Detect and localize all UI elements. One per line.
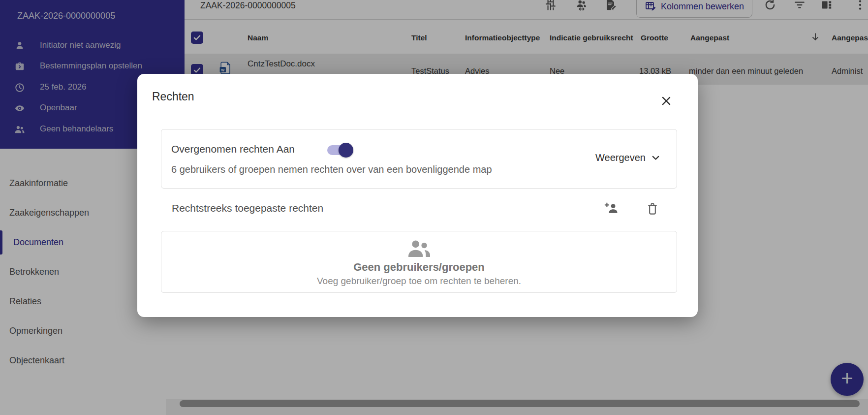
add-person-icon[interactable] <box>604 201 620 216</box>
inherited-rights-label: Overgenomen rechten Aan <box>171 143 295 155</box>
empty-state-description: Voeg gebruiker/groep toe om rechten te b… <box>317 276 521 287</box>
rights-dialog: Rechten Overgenomen rechten Aan 6 gebrui… <box>137 74 698 317</box>
app-window: ZAAK-2026-0000000005 Kolommen bewerken N… <box>0 0 868 415</box>
chevron-down-icon <box>651 153 661 163</box>
direct-rights-title: Rechtstreeks toegepaste rechten <box>172 202 323 214</box>
people-icon <box>405 238 434 259</box>
inherited-rights-description: 6 gebruikers of groepen nemen rechten ov… <box>171 164 492 175</box>
toggle-thumb <box>339 143 353 158</box>
dialog-title: Rechten <box>152 90 194 103</box>
direct-rights-empty-state: Geen gebruikers/groepen Voeg gebruiker/g… <box>161 231 677 293</box>
inherited-rights-toggle[interactable] <box>327 141 354 159</box>
empty-state-title: Geen gebruikers/groepen <box>353 261 485 274</box>
show-inherited-button[interactable]: Weergeven <box>595 152 661 163</box>
trash-icon[interactable] <box>646 201 659 216</box>
show-inherited-label: Weergeven <box>595 152 646 163</box>
close-icon[interactable] <box>658 93 674 109</box>
inherited-rights-panel: Overgenomen rechten Aan 6 gebruikers of … <box>161 129 677 189</box>
